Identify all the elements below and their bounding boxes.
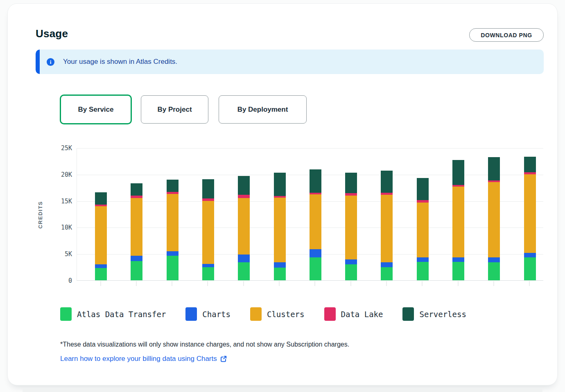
y-axis-title: CREDITS [37, 201, 43, 229]
legend-label: Data Lake [341, 310, 383, 319]
legend-swatch [250, 307, 262, 321]
y-axis-tick-label: 10K [47, 224, 72, 231]
tab-by-deployment[interactable]: By Deployment [219, 95, 307, 124]
tab-by-service[interactable]: By Service [60, 95, 132, 124]
bar-segment-clusters [524, 174, 536, 253]
bar-segment-atlas-data-transfer [417, 262, 429, 280]
x-axis-tick [314, 281, 315, 286]
bar-segment-clusters [452, 187, 464, 258]
x-axis-tick [172, 281, 172, 286]
bar-segment-charts [417, 257, 429, 261]
bar-segment-clusters [310, 194, 321, 249]
bar [417, 178, 429, 280]
bar-segment-serverless [524, 157, 536, 172]
bar [310, 169, 321, 280]
bar-segment-serverless [417, 178, 429, 200]
info-banner: i Your usage is shown in Atlas Credits. [36, 50, 544, 74]
legend-label: Atlas Data Transfer [77, 310, 166, 319]
legend-swatch [60, 307, 72, 321]
x-axis-tick [136, 281, 137, 286]
bar-segment-clusters [488, 182, 500, 257]
x-axis-tick [100, 281, 101, 286]
bar-segment-serverless [345, 173, 357, 194]
plot-area [77, 148, 543, 281]
bar-segment-atlas-data-transfer [131, 261, 142, 280]
bar-segment-atlas-data-transfer [238, 262, 250, 280]
x-axis-tick [529, 281, 530, 286]
x-axis-tick [422, 281, 423, 286]
bar-segment-serverless [95, 192, 107, 205]
bar-segment-serverless [202, 179, 214, 199]
info-icon: i [47, 58, 54, 66]
bar-segment-charts [488, 257, 500, 262]
legend-label: Serverless [419, 310, 466, 319]
bar-segment-clusters [167, 194, 179, 251]
bar-segment-clusters [417, 203, 429, 258]
bar [452, 160, 464, 280]
bar-segment-data-lake [238, 195, 250, 198]
legend-swatch [402, 307, 414, 321]
legend-label: Charts [202, 310, 231, 319]
external-link-icon [220, 356, 227, 362]
bar-segment-serverless [452, 160, 464, 185]
bar [202, 179, 214, 280]
legend-item-serverless: Serverless [402, 307, 466, 321]
x-axis-tick [493, 281, 494, 286]
x-axis-tick [207, 281, 208, 286]
legend: Atlas Data TransferChartsClustersData La… [60, 307, 466, 321]
bar [381, 171, 393, 280]
bar-segment-serverless [167, 180, 179, 192]
bar [167, 180, 179, 280]
bar [274, 173, 286, 280]
legend-label: Clusters [267, 310, 305, 319]
bar-segment-atlas-data-transfer [202, 267, 214, 280]
bar-segment-clusters [238, 198, 250, 254]
bar-segment-charts [310, 249, 321, 258]
y-axis-tick-label: 15K [47, 198, 72, 205]
x-axis-tick [279, 281, 280, 286]
y-axis-tick-label: 20K [47, 171, 72, 178]
bar-segment-atlas-data-transfer [274, 268, 286, 280]
banner-accent-bar [36, 50, 40, 74]
bar-segment-atlas-data-transfer [381, 267, 393, 280]
bar [524, 157, 536, 280]
y-axis-tick-label: 25K [47, 144, 72, 152]
bar-segment-atlas-data-transfer [524, 257, 536, 280]
bar-segment-atlas-data-transfer [345, 264, 357, 280]
bar-segment-serverless [131, 183, 142, 196]
footnote: *These data visualizations will only sho… [60, 341, 349, 348]
bar-segment-charts [524, 253, 536, 258]
legend-item-atlas-data-transfer: Atlas Data Transfer [60, 307, 166, 321]
download-png-button[interactable]: DOWNLOAD PNG [469, 28, 544, 42]
bar-segment-clusters [95, 206, 107, 265]
bar-segment-serverless [238, 176, 250, 195]
gridline [77, 148, 543, 149]
page-title: Usage [36, 27, 68, 40]
x-axis-tick [350, 281, 351, 286]
charts-link-text: Learn how to explore your billing data u… [60, 355, 217, 363]
legend-item-data-lake: Data Lake [324, 307, 383, 321]
x-axis-tick [386, 281, 387, 286]
bar-segment-charts [274, 262, 286, 268]
bar-segment-atlas-data-transfer [488, 262, 500, 280]
usage-card: Usage DOWNLOAD PNG i Your usage is shown… [7, 3, 558, 385]
x-axis-tick [243, 281, 244, 286]
bar-segment-charts [131, 256, 142, 261]
bar [131, 183, 142, 280]
legend-item-charts: Charts [185, 307, 231, 321]
bar-segment-charts [95, 264, 107, 268]
tab-by-project[interactable]: By Project [141, 95, 208, 124]
charts-docs-link[interactable]: Learn how to explore your billing data u… [60, 355, 227, 363]
legend-item-clusters: Clusters [250, 307, 305, 321]
bar-segment-clusters [131, 198, 142, 256]
bar-segment-charts [452, 257, 464, 261]
bar [345, 173, 357, 280]
bar-segment-charts [381, 262, 393, 267]
legend-swatch [324, 307, 336, 321]
bar [488, 157, 500, 280]
bar-segment-charts [345, 259, 357, 264]
bar-segment-charts [202, 264, 214, 267]
bar-segment-serverless [381, 171, 393, 193]
y-axis-tick-label: 0 [47, 277, 72, 284]
bar-segment-clusters [274, 198, 286, 262]
